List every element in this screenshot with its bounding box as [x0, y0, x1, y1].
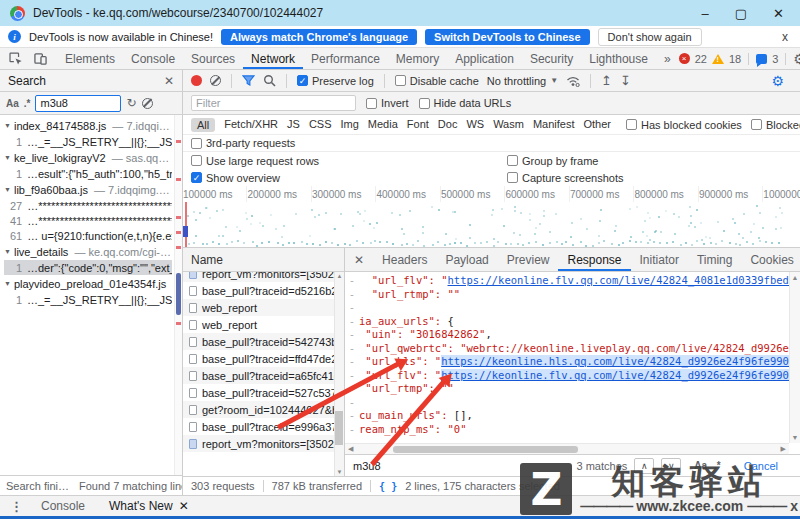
maximize-button[interactable]: ▢ — [735, 6, 747, 21]
scroll-up-icon[interactable]: ▲ — [337, 273, 343, 279]
third-party-checkbox[interactable] — [191, 138, 202, 149]
filter-pill-doc[interactable]: Doc — [438, 118, 458, 132]
filter-pill-all[interactable]: All — [191, 118, 215, 132]
request-row[interactable]: base_pull?traceid=ffd47de2-e — [183, 350, 344, 367]
clear-requests-icon[interactable] — [210, 75, 221, 86]
filter-pill-js[interactable]: JS — [287, 118, 300, 132]
search-result-file[interactable]: ▼ke_live_lokigrayV2 — sas.qq.com/cgi-… — [4, 149, 172, 166]
tab-network[interactable]: Network — [243, 48, 303, 69]
invert-checkbox[interactable] — [366, 98, 377, 109]
clear-search-icon[interactable] — [142, 98, 153, 109]
drawer-tab-console[interactable]: Console — [31, 496, 95, 516]
filter-pill-img[interactable]: Img — [341, 118, 359, 132]
network-settings-gear-icon[interactable]: ⚙ — [771, 73, 792, 89]
tab-performance[interactable]: Performance — [303, 48, 388, 69]
filter-input[interactable] — [191, 95, 356, 111]
use-large-rows-checkbox[interactable] — [191, 155, 202, 166]
close-window-button[interactable]: ✕ — [773, 6, 784, 21]
refresh-search-icon[interactable]: ↻ — [126, 96, 136, 110]
scroll-up-icon[interactable]: ▲ — [792, 274, 799, 281]
url-link[interactable]: https://keonline.flv.qq.com/live/42824_4… — [448, 274, 789, 286]
details-tab-cookies[interactable]: Cookies — [741, 248, 800, 271]
search-result-file[interactable]: ▼live_details — ke.qq.com/cgi-proxy/t… — [4, 243, 172, 260]
network-overview-timeline[interactable]: 100000 ms200000 ms300000 ms400000 ms5000… — [183, 186, 800, 248]
blocked-requests-checkbox[interactable] — [751, 119, 762, 130]
scrollbar-thumb[interactable] — [393, 446, 578, 453]
throttling-select[interactable]: No throttling ▼ — [487, 75, 558, 87]
scroll-down-icon[interactable]: ▼ — [337, 469, 343, 475]
search-result-file[interactable]: ▼lib_f9a60baa.js — 7.idqqimg.com/ed… — [4, 181, 172, 198]
details-tab-payload[interactable]: Payload — [436, 248, 497, 271]
show-overview-checkbox[interactable] — [191, 172, 202, 183]
request-row[interactable]: base_pull?traceid=542743b3- — [183, 333, 344, 350]
filter-pill-media[interactable]: Media — [368, 118, 398, 132]
filter-pill-fetchxhr[interactable]: Fetch/XHR — [224, 118, 278, 132]
search-input[interactable] — [35, 95, 121, 112]
close-search-icon[interactable]: ✕ — [164, 74, 174, 88]
error-count[interactable]: 22 — [695, 53, 707, 65]
close-details-icon[interactable]: ✕ — [345, 248, 373, 271]
request-row[interactable]: base_pull?traceid=d5216b2b- — [183, 282, 344, 299]
details-tab-timing[interactable]: Timing — [688, 248, 742, 271]
capture-screenshots-checkbox[interactable] — [507, 172, 518, 183]
inspect-element-icon[interactable] — [3, 48, 28, 69]
filter-pill-manifest[interactable]: Manifest — [533, 118, 575, 132]
search-result-file[interactable]: ▼index_84174588.js — 7.idqqimg.com/… — [4, 117, 172, 134]
minimize-button[interactable]: – — [702, 6, 709, 21]
request-row[interactable]: base_pull?traceid=a65fc41e- — [183, 367, 344, 384]
tab-lighthouse[interactable]: Lighthouse — [581, 48, 656, 69]
search-match-row[interactable]: 1…esult":{"h5_auth":100,"h5_trtc":10… — [4, 166, 172, 181]
hide-data-urls-checkbox[interactable] — [419, 98, 430, 109]
scrollbar-thumb[interactable] — [335, 411, 343, 445]
device-toolbar-icon[interactable] — [28, 48, 53, 69]
scroll-right-icon[interactable]: ▶ — [781, 445, 786, 453]
tab-console[interactable]: Console — [123, 48, 183, 69]
details-tab-headers[interactable]: Headers — [373, 248, 436, 271]
details-tab-preview[interactable]: Preview — [498, 248, 559, 271]
switch-chinese-button[interactable]: Switch DevTools to Chinese — [425, 29, 590, 45]
filter-pill-font[interactable]: Font — [407, 118, 429, 132]
search-requests-icon[interactable] — [263, 74, 276, 87]
drawer-tab-whats-new[interactable]: What's New ✕ — [99, 496, 199, 516]
request-row[interactable]: report_vm?monitors=[350268 — [183, 272, 344, 282]
issues-count[interactable]: 3 — [772, 53, 778, 65]
details-tab-response[interactable]: Response — [558, 248, 630, 271]
filter-toggle-icon[interactable] — [242, 75, 255, 86]
drawer-menu-icon[interactable]: ⋮ — [6, 499, 27, 514]
tab-elements[interactable]: Elements — [57, 48, 123, 69]
url-link[interactable]: https://keonline.hls.qq.com/live/42824_d… — [441, 355, 789, 367]
response-horizontal-scrollbar[interactable]: ◀ ▶ — [345, 443, 789, 454]
search-match-row[interactable]: 27…*************************************… — [4, 198, 172, 213]
regex-toggle[interactable]: .* — [24, 98, 31, 109]
filter-pill-wasm[interactable]: Wasm — [493, 118, 524, 132]
requests-scrollbar[interactable]: ▲ ▼ — [334, 272, 344, 476]
url-link[interactable]: https://keonline.flv.qq.com/live/42824_d… — [441, 369, 789, 381]
network-conditions-icon[interactable] — [566, 75, 580, 87]
search-match-row[interactable]: 1…der":{"code":0,"msg":"","ext_msg"… — [4, 260, 172, 275]
details-tab-initiator[interactable]: Initiator — [631, 248, 688, 271]
record-button[interactable] — [191, 75, 202, 86]
close-whats-new-icon[interactable]: ✕ — [179, 499, 189, 513]
search-results-scrollbar[interactable] — [174, 115, 182, 475]
import-har-icon[interactable]: ↥ — [601, 73, 612, 88]
more-tabs-button[interactable]: » — [656, 48, 679, 69]
group-by-frame-checkbox[interactable] — [507, 155, 518, 166]
has-blocked-cookies-checkbox[interactable] — [626, 119, 637, 130]
dismiss-infobar-icon[interactable]: x — [782, 30, 792, 44]
preserve-log-checkbox[interactable] — [297, 75, 308, 86]
filter-pill-other[interactable]: Other — [583, 118, 611, 132]
search-match-row[interactable]: 1…_=__JS_RETRY__||{};__JS_RETRY__["… — [4, 292, 172, 307]
request-row[interactable]: base_pull?traceid=527c5378- — [183, 384, 344, 401]
search-match-row[interactable]: 61… u={9210:function(e,t,n){e.expor… — [4, 228, 172, 243]
tab-security[interactable]: Security — [522, 48, 581, 69]
response-vertical-scrollbar[interactable]: ▲ ▼ — [789, 272, 800, 443]
request-row[interactable]: web_report — [183, 316, 344, 333]
scrollbar-thumb[interactable] — [176, 273, 181, 315]
scroll-left-icon[interactable]: ◀ — [348, 445, 353, 453]
request-row[interactable]: report_vm?monitors=[350268 — [183, 435, 344, 452]
request-row[interactable]: web_report — [183, 299, 344, 316]
tab-sources[interactable]: Sources — [183, 48, 243, 69]
dont-show-again-button[interactable]: Don't show again — [598, 28, 702, 46]
search-match-row[interactable]: 1…_=__JS_RETRY__||{};__JS_RETRY__["… — [4, 134, 172, 149]
request-row[interactable]: base_pull?traceid=e996a373- — [183, 418, 344, 435]
